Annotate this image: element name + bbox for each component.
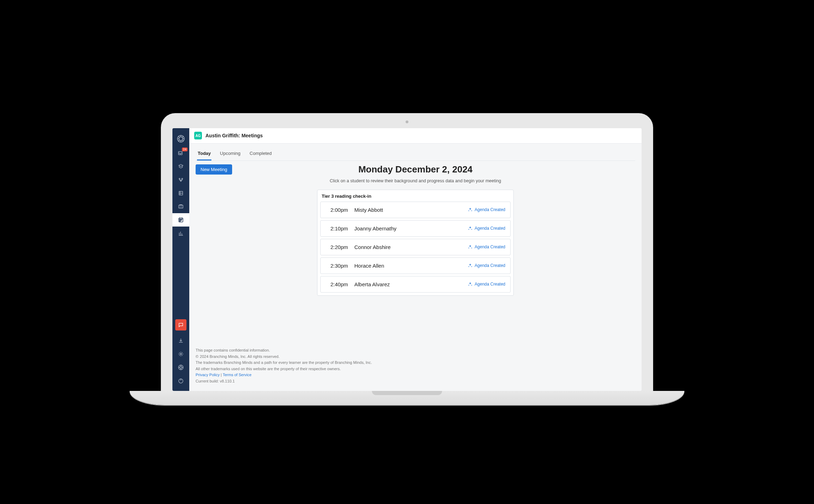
- footer-copyright-row: © 2024 Branching Minds, Inc. All rights …: [196, 354, 635, 360]
- tab-today[interactable]: Today: [197, 146, 211, 161]
- meeting-row[interactable]: 2:20pm Connor Abshire Agenda Created: [320, 239, 511, 255]
- content: Today Upcoming Completed New Meeting Mon…: [189, 144, 642, 346]
- sidebar-bottom: [172, 319, 189, 387]
- meeting-row[interactable]: 2:00pm Misty Abbott Agenda Created: [320, 202, 511, 218]
- meeting-time: 2:20pm: [326, 244, 348, 250]
- sidebar-item-inbox[interactable]: 24: [172, 146, 189, 160]
- svg-rect-11: [179, 221, 180, 221]
- agenda-status-label: Agenda Created: [475, 282, 505, 287]
- meeting-group-title: Tier 3 reading check-in: [320, 193, 511, 202]
- meeting-row[interactable]: 2:40pm Alberta Alvarez Agenda Created: [320, 276, 511, 293]
- main-area: AG Austin Griffith: Meetings Today Upcom…: [189, 128, 642, 391]
- sidebar-item-reports[interactable]: [172, 227, 189, 240]
- agenda-status: Agenda Created: [468, 207, 505, 212]
- page-subtitle: Click on a student to review their backg…: [196, 178, 635, 183]
- sparkle-icon: [468, 244, 473, 249]
- meeting-student-name: Misty Abbott: [354, 207, 461, 213]
- meeting-row[interactable]: 2:30pm Horace Allen Agenda Created: [320, 257, 511, 274]
- svg-point-14: [180, 366, 182, 368]
- logo-icon[interactable]: [172, 131, 189, 146]
- footer-confidential: This page contains confidential informat…: [196, 347, 635, 354]
- sparkle-icon: [468, 207, 473, 212]
- tabs: Today Upcoming Completed: [196, 146, 635, 161]
- sidebar-item-logout[interactable]: [172, 374, 189, 387]
- sidebar-top: 24: [172, 131, 189, 240]
- meeting-row[interactable]: 2:10pm Joanny Abernathy Agenda Created: [320, 220, 511, 237]
- footer-build: Current build: v8.110.1: [196, 378, 635, 385]
- agenda-status: Agenda Created: [468, 244, 505, 249]
- date-heading: Monday December 2, 2024: [196, 164, 635, 175]
- new-meeting-button[interactable]: New Meeting: [196, 164, 232, 175]
- meeting-student-name: Horace Allen: [354, 263, 461, 269]
- footer: This page contains confidential informat…: [189, 346, 642, 391]
- sidebar-item-groups[interactable]: [172, 173, 189, 186]
- sidebar: 24: [172, 128, 189, 391]
- sidebar-item-org[interactable]: [172, 200, 189, 213]
- agenda-status: Agenda Created: [468, 263, 505, 268]
- svg-point-3: [179, 178, 180, 179]
- tab-completed[interactable]: Completed: [249, 146, 273, 161]
- copyright-icon: ©: [196, 354, 198, 360]
- svg-point-12: [180, 353, 182, 355]
- agenda-status: Agenda Created: [468, 226, 505, 231]
- footer-copyright: 2024 Branching Minds, Inc. All rights re…: [200, 354, 280, 360]
- meeting-time: 2:30pm: [326, 263, 348, 269]
- camera-dot: [406, 120, 408, 123]
- app-screen: 24: [172, 128, 642, 391]
- agenda-status-label: Agenda Created: [475, 244, 505, 249]
- topbar: AG Austin Griffith: Meetings: [189, 128, 642, 144]
- meeting-time: 2:10pm: [326, 225, 348, 231]
- agenda-status: Agenda Created: [468, 282, 505, 287]
- sidebar-item-library[interactable]: [172, 186, 189, 200]
- sidebar-item-download[interactable]: [172, 334, 189, 347]
- meeting-student-name: Connor Abshire: [354, 244, 461, 250]
- chat-button[interactable]: [172, 319, 189, 333]
- meeting-group-card: Tier 3 reading check-in 2:00pm Misty Abb…: [317, 190, 514, 296]
- page-title: Austin Griffith: Meetings: [205, 133, 263, 138]
- meeting-time: 2:40pm: [326, 281, 348, 287]
- inbox-badge: 24: [182, 148, 188, 151]
- laptop-frame: 24: [161, 113, 653, 391]
- agenda-status-label: Agenda Created: [475, 207, 505, 212]
- agenda-status-label: Agenda Created: [475, 263, 505, 268]
- sidebar-item-students[interactable]: [172, 160, 189, 173]
- privacy-link[interactable]: Privacy Policy: [196, 373, 219, 377]
- laptop-base: [130, 391, 684, 405]
- sparkle-icon: [468, 226, 473, 231]
- footer-trademarks-1: The trademarks Branching Minds and a pat…: [196, 360, 635, 366]
- svg-rect-10: [181, 220, 182, 220]
- user-initials-badge: AG: [194, 132, 202, 139]
- svg-point-4: [182, 178, 183, 179]
- meeting-time: 2:00pm: [326, 207, 348, 213]
- footer-links: Privacy Policy | Terms of Service: [196, 372, 635, 378]
- sidebar-item-meetings[interactable]: [172, 213, 189, 227]
- svg-rect-7: [179, 205, 183, 208]
- meeting-student-name: Joanny Abernathy: [354, 225, 461, 231]
- tab-upcoming[interactable]: Upcoming: [219, 146, 241, 161]
- meeting-student-name: Alberta Alvarez: [354, 281, 461, 287]
- sparkle-icon: [468, 282, 473, 287]
- terms-link[interactable]: Terms of Service: [223, 373, 251, 377]
- footer-trademarks-2: All other trademarks used on this websit…: [196, 366, 635, 372]
- page-heading: Monday December 2, 2024 Click on a stude…: [196, 164, 635, 183]
- sparkle-icon: [468, 263, 473, 268]
- svg-point-5: [180, 180, 182, 181]
- sidebar-item-help[interactable]: [172, 361, 189, 374]
- agenda-status-label: Agenda Created: [475, 226, 505, 231]
- sidebar-item-settings[interactable]: [172, 347, 189, 361]
- svg-rect-9: [179, 220, 180, 220]
